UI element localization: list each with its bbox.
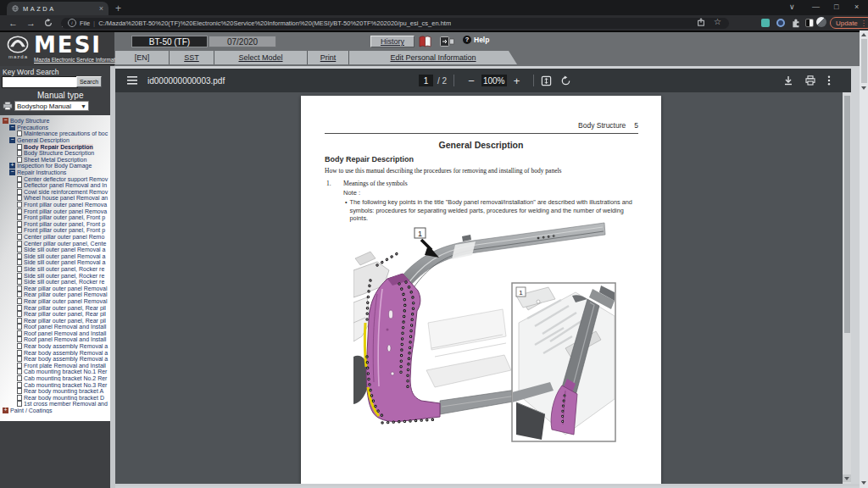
tree-item[interactable]: Cab mounting bracket No.1 Rer xyxy=(0,369,110,375)
tree-item[interactable]: Center pillar outer panel Remo xyxy=(0,234,110,241)
header-tab[interactable]: SST xyxy=(170,51,214,64)
tree-item-icon[interactable] xyxy=(17,388,22,394)
tree-item[interactable]: Rear body assembly Removal a xyxy=(0,343,110,350)
tree-item-icon[interactable] xyxy=(17,202,22,208)
tree-item[interactable]: Maintenance precautions of boc xyxy=(0,130,110,137)
browser-tab[interactable]: MAZDA × xyxy=(7,2,108,15)
tree-item[interactable]: Inspection for Body Damage xyxy=(0,163,110,169)
tree-item-icon[interactable] xyxy=(17,182,22,188)
tree-item[interactable]: Body Repair Description xyxy=(0,143,110,150)
extension-icon-2[interactable] xyxy=(776,19,785,27)
window-close-button[interactable]: × xyxy=(854,3,859,12)
tree-item-icon[interactable] xyxy=(17,279,22,285)
tree-item[interactable]: Rear pillar outer panel Removal xyxy=(0,298,110,305)
browser-menu-dots-icon[interactable]: ⋮ xyxy=(860,19,867,27)
tree-item[interactable]: Front pillar outer panel Remova xyxy=(0,202,110,208)
tree-item-icon[interactable] xyxy=(9,163,15,169)
tree-item[interactable]: Rear pillar outer panel, Rear pil xyxy=(0,304,110,311)
tree-item-icon[interactable] xyxy=(17,130,22,136)
tree-item-icon[interactable] xyxy=(17,401,22,407)
page-scrollbar-thumb[interactable] xyxy=(861,39,867,83)
tree-item[interactable]: Front pillar outer panel, Front p xyxy=(0,227,110,234)
tree-item-icon[interactable] xyxy=(3,118,8,124)
tree-item[interactable]: Cowl side reinforcement Remov xyxy=(0,189,110,196)
tree-item[interactable]: Front pillar outer panel, Front p xyxy=(0,221,110,228)
header-tab[interactable]: Print xyxy=(308,51,349,64)
new-tab-button[interactable]: + xyxy=(115,3,121,14)
search-button[interactable]: Search xyxy=(76,76,102,87)
tree-item[interactable]: Side sill outer panel Removal a xyxy=(0,259,110,266)
tree-item-icon[interactable] xyxy=(17,247,22,252)
tree-item-icon[interactable] xyxy=(17,208,22,214)
tree-item-icon[interactable] xyxy=(3,408,8,413)
page-scrollbar[interactable] xyxy=(860,30,868,488)
tree-item[interactable]: Side sill outer panel, Rocker re xyxy=(0,272,110,279)
tree-item-icon[interactable] xyxy=(17,144,22,150)
tree-item-icon[interactable] xyxy=(17,241,22,247)
bookmark-star-icon[interactable]: ☆ xyxy=(714,17,721,26)
tree-item-icon[interactable] xyxy=(17,273,22,279)
tree-item[interactable]: Rear pillar outer panel Removal xyxy=(0,291,110,298)
tree-item[interactable]: Side sill outer panel, Rocker re xyxy=(0,266,110,273)
tree-item[interactable]: Roof panel Removal and Install xyxy=(0,324,110,330)
tree-item-icon[interactable] xyxy=(17,395,22,401)
fit-page-icon[interactable] xyxy=(541,75,552,86)
tree-item[interactable]: Front plate Removal and Install xyxy=(0,363,110,369)
tree-item-icon[interactable] xyxy=(17,382,22,388)
header-tab[interactable]: Select Model xyxy=(214,51,308,64)
zoom-out-button[interactable]: − xyxy=(461,75,481,86)
tree-item-icon[interactable] xyxy=(17,214,22,220)
url-field[interactable]: i File | C:/Mazda%20BT-50%20(TF)%20Elect… xyxy=(61,18,729,29)
tree-item-icon[interactable] xyxy=(17,311,22,317)
tree-item-icon[interactable] xyxy=(17,291,22,297)
tree-item-icon[interactable] xyxy=(17,318,22,324)
tree-item-icon[interactable] xyxy=(17,221,22,227)
tree-item[interactable]: Rear pillar outer panel, Rear pil xyxy=(0,317,110,324)
pdf-scrollbar[interactable] xyxy=(843,92,851,484)
tree-item[interactable]: Paint / Coatings xyxy=(0,408,110,414)
print-icon[interactable] xyxy=(805,75,815,86)
tree-item-icon[interactable] xyxy=(17,369,22,374)
tree-item-icon[interactable] xyxy=(17,343,22,349)
tree-item-icon[interactable] xyxy=(17,375,22,381)
back-icon[interactable]: ← xyxy=(8,19,18,28)
rotate-icon[interactable] xyxy=(560,75,571,86)
tree-item-icon[interactable] xyxy=(17,227,22,233)
tree-item[interactable]: Repair Instructions xyxy=(0,169,110,176)
tree-item-icon[interactable] xyxy=(17,189,22,195)
tree-item[interactable]: Precautions xyxy=(0,125,110,131)
header-tab[interactable]: Edit Personal Information xyxy=(349,51,517,64)
help-button[interactable]: ? Help xyxy=(463,36,489,44)
tree-item[interactable]: Roof panel Removal and Install xyxy=(0,336,110,343)
page-info-icon[interactable]: i xyxy=(68,19,76,27)
window-maximize-button[interactable]: □ xyxy=(834,3,838,12)
tree-item[interactable]: Body Structure Description xyxy=(0,150,110,157)
pdf-viewport[interactable]: Body Structure 5 General Description Bod… xyxy=(115,92,851,484)
tree-item-icon[interactable] xyxy=(17,157,22,163)
tree-item-icon[interactable] xyxy=(9,169,15,175)
zoom-level-value[interactable]: 100% xyxy=(481,75,507,86)
tree-item-icon[interactable] xyxy=(17,259,22,265)
more-options-icon[interactable] xyxy=(827,75,831,86)
tree-item[interactable]: Wheel house panel Removal an xyxy=(0,195,110,202)
tree-item-icon[interactable] xyxy=(17,286,22,291)
tree-item[interactable]: Center pillar outer panel, Cente xyxy=(0,240,110,247)
forward-icon[interactable]: → xyxy=(26,19,36,28)
tree-item-icon[interactable] xyxy=(17,350,22,356)
open-window-icon[interactable] xyxy=(440,36,454,47)
download-icon[interactable] xyxy=(783,75,793,86)
tree-item-icon[interactable] xyxy=(17,298,22,304)
tree-item-icon[interactable] xyxy=(17,266,22,272)
tree-item-icon[interactable] xyxy=(17,195,22,201)
tree-item-icon[interactable] xyxy=(17,150,22,156)
tree-item-icon[interactable] xyxy=(17,253,22,259)
extension-icon-1[interactable] xyxy=(761,19,770,27)
tree-item-icon[interactable] xyxy=(17,234,22,240)
extension-icon-3[interactable] xyxy=(805,19,814,27)
browser-update-button[interactable]: Update ⋮ xyxy=(830,17,868,29)
history-button[interactable]: History xyxy=(370,36,415,47)
tree-item[interactable]: Cab mounting bracket No.3 Rer xyxy=(0,381,110,388)
tree-item[interactable]: Rear pillar outer panel Removal xyxy=(0,285,110,291)
tree-item[interactable]: Sheet Metal Description xyxy=(0,157,110,164)
tree-item[interactable]: Center deflector support Remov xyxy=(0,175,110,182)
